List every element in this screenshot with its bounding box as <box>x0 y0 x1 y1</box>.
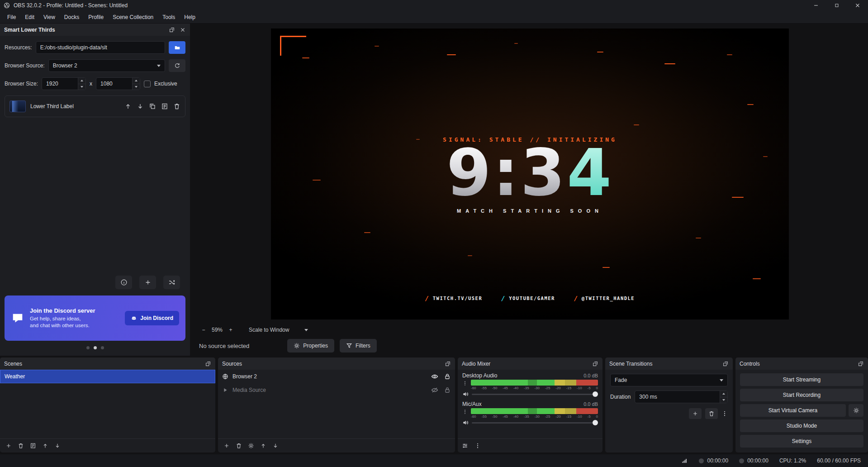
shuffle-button[interactable] <box>163 276 180 289</box>
browse-folder-button[interactable] <box>169 41 185 54</box>
undock-icon[interactable] <box>722 361 729 367</box>
source-properties-button[interactable] <box>245 440 257 452</box>
menu-edit[interactable]: Edit <box>20 12 39 22</box>
duplicate-icon[interactable] <box>149 103 156 110</box>
mixer-options-icon[interactable] <box>474 443 481 449</box>
lock-icon[interactable] <box>444 386 451 394</box>
start-recording-button[interactable]: Start Recording <box>740 389 863 401</box>
duration-decrement-button[interactable] <box>720 397 727 403</box>
meter-tick-label: -60 <box>471 415 476 419</box>
filters-button[interactable]: Filters <box>340 339 377 353</box>
exclusive-checkbox[interactable] <box>144 81 151 87</box>
scene-filters-button[interactable] <box>27 440 39 452</box>
advanced-audio-icon[interactable] <box>462 443 468 449</box>
virtual-camera-config-button[interactable] <box>849 404 863 417</box>
browser-width-value: 1920 <box>42 78 78 90</box>
channel-level: 0.0 dB <box>583 401 598 407</box>
menu-tools[interactable]: Tools <box>158 12 180 22</box>
move-source-up-button[interactable] <box>257 440 269 452</box>
resources-input[interactable]: E:/obs-studio/plugin-data/slt <box>36 41 165 54</box>
browser-height-value: 1080 <box>96 78 132 90</box>
width-decrement-button[interactable] <box>78 84 85 90</box>
start-virtual-camera-button[interactable]: Start Virtual Camera <box>740 404 846 417</box>
source-item-browser2[interactable]: Browser 2 <box>218 370 455 383</box>
undock-icon[interactable] <box>445 361 451 367</box>
meter-tick-label: -60 <box>471 386 476 390</box>
pagination-dot-active[interactable] <box>94 346 97 349</box>
volume-slider[interactable] <box>472 419 598 426</box>
source-item-media-source[interactable]: Media Source <box>218 383 455 397</box>
channel-options-icon[interactable] <box>462 380 468 390</box>
height-decrement-button[interactable] <box>133 84 140 90</box>
join-discord-button[interactable]: Join Discord <box>125 311 179 325</box>
zoom-out-button[interactable]: − <box>200 327 207 333</box>
add-source-button[interactable] <box>220 440 232 452</box>
add-transition-button[interactable] <box>689 408 702 419</box>
move-scene-up-button[interactable] <box>39 440 51 452</box>
close-button[interactable] <box>847 0 868 11</box>
lock-icon[interactable] <box>444 373 451 380</box>
plus-icon <box>144 279 152 286</box>
channel-options-icon[interactable] <box>462 408 468 419</box>
pagination-dot[interactable] <box>86 346 90 349</box>
move-source-down-button[interactable] <box>269 440 281 452</box>
properties-icon[interactable] <box>161 103 168 110</box>
delete-icon[interactable] <box>173 103 180 110</box>
studio-mode-button[interactable]: Studio Mode <box>740 419 863 432</box>
speaker-icon[interactable] <box>462 391 469 397</box>
lower-third-item[interactable]: Lower Third Label <box>5 95 185 117</box>
undock-icon[interactable] <box>205 361 211 367</box>
minimize-button[interactable] <box>806 0 826 11</box>
mixer-toolbar <box>458 438 602 453</box>
menu-file[interactable]: File <box>3 12 20 22</box>
menu-help[interactable]: Help <box>180 12 200 22</box>
settings-button[interactable]: Settings <box>740 435 863 448</box>
remove-source-button[interactable] <box>232 440 245 452</box>
move-up-icon[interactable] <box>124 103 132 110</box>
maximize-button[interactable] <box>826 0 847 11</box>
move-down-icon[interactable] <box>137 103 144 110</box>
zoom-in-button[interactable]: + <box>227 327 234 333</box>
transition-select[interactable]: Fade <box>610 374 728 386</box>
browser-source-select[interactable]: Browser 2 <box>48 59 165 72</box>
close-dock-icon[interactable] <box>180 27 186 33</box>
browser-height-input[interactable]: 1080 <box>96 77 140 90</box>
duration-increment-button[interactable] <box>720 391 727 397</box>
undock-icon[interactable] <box>592 361 598 367</box>
slider-knob[interactable] <box>593 391 598 397</box>
menu-scene-collection[interactable]: Scene Collection <box>108 12 158 22</box>
meter-tick-label: -40 <box>513 415 519 419</box>
duration-input[interactable]: 300 ms <box>635 391 728 403</box>
width-increment-button[interactable] <box>78 78 85 84</box>
visibility-eye-icon[interactable] <box>431 373 438 380</box>
visibility-eye-off-icon[interactable] <box>431 386 438 394</box>
start-streaming-button[interactable]: Start Streaming <box>740 373 863 386</box>
pagination-dot[interactable] <box>101 346 104 349</box>
browser-width-input[interactable]: 1920 <box>42 77 86 90</box>
properties-button[interactable]: Properties <box>287 339 334 353</box>
dock-header: Smart Lower Thirds <box>0 24 190 36</box>
scale-mode-select[interactable]: Scale to Window <box>249 327 308 333</box>
undock-icon[interactable] <box>858 361 864 367</box>
fps-counter: 60.00 / 60.00 FPS <box>817 457 861 464</box>
speaker-icon[interactable] <box>462 419 469 426</box>
remove-scene-button[interactable] <box>14 440 27 452</box>
add-lower-third-button[interactable] <box>139 276 156 289</box>
scene-item-weather[interactable]: Weather <box>0 370 215 383</box>
add-scene-button[interactable] <box>2 440 14 452</box>
info-button[interactable] <box>115 276 132 289</box>
menu-profile[interactable]: Profile <box>84 12 108 22</box>
move-scene-down-button[interactable] <box>51 440 63 452</box>
height-increment-button[interactable] <box>133 78 140 84</box>
volume-slider[interactable] <box>472 391 598 397</box>
meter-tick-label: -30 <box>534 386 540 390</box>
menu-docks[interactable]: Docks <box>60 12 84 22</box>
remove-transition-button[interactable] <box>705 408 718 419</box>
menu-view[interactable]: View <box>39 12 60 22</box>
join-discord-label: Join Discord <box>140 315 173 321</box>
refresh-button[interactable] <box>169 59 185 72</box>
transition-options-icon[interactable] <box>721 410 728 417</box>
undock-icon[interactable] <box>169 27 175 33</box>
preview-zoom-bar: − 59% + Scale to Window <box>192 324 868 336</box>
slider-knob[interactable] <box>593 420 598 425</box>
